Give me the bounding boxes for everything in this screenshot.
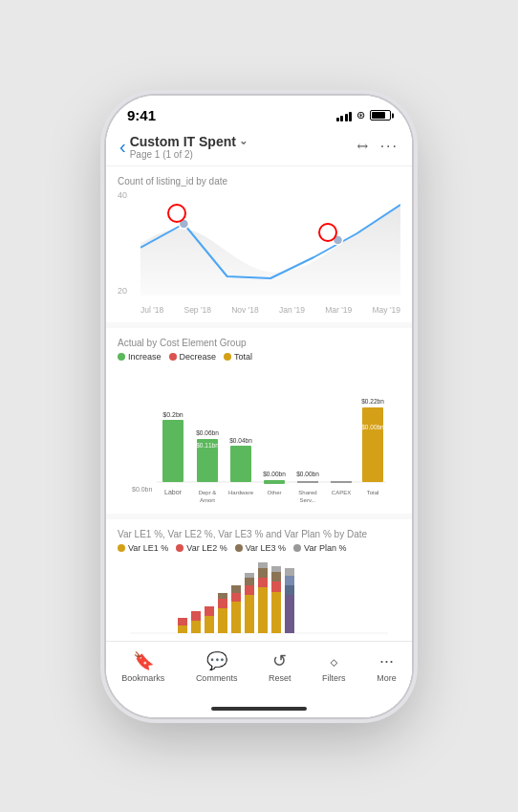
svg-rect-34 (205, 606, 214, 616)
waterfall-chart: $0.0bn $0.2bn Labor $0.06bn $0.11bn Depr… (118, 367, 400, 506)
phone-screen: 9:41 ⊛ ‹ Custom IT Spent (106, 96, 412, 717)
nav-filters-label: Filters (322, 673, 346, 683)
svg-text:Total: Total (367, 490, 379, 495)
phone-frame: 9:41 ⊛ ‹ Custom IT Spent (106, 96, 412, 717)
wifi-icon: ⊛ (356, 109, 365, 121)
svg-rect-38 (231, 602, 241, 633)
svg-text:$0.04bn: $0.04bn (229, 437, 252, 444)
waterfall-chart-title: Actual by Cost Element Group (118, 338, 400, 348)
nav-bookmarks[interactable]: 🔖 Bookmarks (121, 650, 164, 683)
y-axis-labels: 40 20 (118, 190, 127, 296)
more-button[interactable]: ··· (380, 138, 399, 155)
bottom-nav: 🔖 Bookmarks 💬 Comments ↺ Reset ⬦ Filters… (106, 641, 412, 700)
legend-dot-plan (293, 544, 301, 552)
more-nav-icon: ··· (379, 651, 394, 671)
svg-rect-39 (231, 593, 241, 602)
stacked-chart-title: Var LE1 %, Var LE2 %, Var LE3 % and Var … (118, 529, 400, 539)
line-chart-svg (140, 190, 400, 296)
highlight-circle-2 (318, 223, 337, 242)
svg-rect-15 (264, 480, 285, 484)
app-header: ‹ Custom IT Spent ⌄ Page 1 (1 of 2) ⤢ ··… (106, 128, 412, 166)
svg-rect-50 (271, 582, 281, 592)
svg-rect-33 (205, 616, 214, 633)
stacked-legend: Var LE1 % Var LE2 % Var LE3 % Var Plan % (118, 543, 400, 553)
legend-decrease: Decrease (169, 352, 217, 362)
home-indicator (106, 700, 412, 717)
svg-text:CAPEX: CAPEX (332, 490, 351, 495)
comments-icon: 💬 (206, 650, 227, 671)
legend-var-plan: Var Plan % (293, 543, 346, 553)
filters-icon: ⬦ (329, 651, 339, 671)
svg-rect-30 (178, 618, 187, 625)
svg-rect-47 (258, 568, 268, 578)
legend-var-le3: Var LE3 % (235, 543, 286, 553)
legend-dot-le2 (176, 544, 183, 552)
legend-total: Total (224, 352, 252, 362)
svg-rect-40 (231, 585, 241, 593)
legend-dot-total (224, 353, 231, 361)
legend-var-le1: Var LE1 % (118, 543, 168, 553)
svg-rect-37 (218, 593, 227, 599)
svg-rect-12 (230, 446, 251, 482)
page-indicator: Page 1 (1 of 2) (130, 149, 248, 160)
line-chart-title: Count of listing_id by date (118, 176, 400, 187)
svg-text:Depr &: Depr & (199, 490, 217, 495)
highlight-circle-1 (167, 204, 186, 223)
svg-text:$0.22bn: $0.22bn (361, 398, 384, 405)
stacked-chart-visual (118, 559, 400, 635)
svg-text:Hardware: Hardware (228, 490, 254, 495)
nav-reset[interactable]: ↺ Reset (269, 650, 291, 683)
legend-dot-increase (118, 353, 125, 361)
svg-text:Labor: Labor (164, 489, 183, 495)
expand-icon[interactable]: ⤢ (354, 137, 373, 156)
report-title: Custom IT Spent ⌄ (130, 134, 248, 149)
header-right: ⤢ ··· (357, 138, 399, 155)
svg-text:$0.0bn: $0.0bn (132, 486, 153, 493)
svg-rect-29 (178, 625, 187, 633)
legend-dot-le3 (235, 544, 243, 552)
svg-rect-32 (191, 611, 201, 621)
x-axis-labels: Jul '18 Sep '18 Nov '18 Jan '19 Mar '19 … (140, 305, 400, 315)
reset-icon: ↺ (272, 650, 287, 671)
line-chart-container: 40 20 (118, 190, 400, 315)
svg-rect-49 (271, 592, 281, 633)
svg-rect-52 (271, 566, 281, 572)
svg-text:$0.2bn: $0.2bn (162, 411, 183, 418)
svg-rect-41 (245, 595, 254, 633)
title-chevron-icon[interactable]: ⌄ (239, 135, 248, 147)
svg-rect-4 (162, 420, 183, 482)
svg-rect-24 (362, 407, 383, 482)
svg-text:Serv...: Serv... (300, 497, 316, 503)
back-button[interactable]: ‹ (119, 136, 126, 158)
nav-comments[interactable]: 💬 Comments (196, 650, 238, 683)
nav-reset-label: Reset (269, 673, 291, 683)
svg-rect-35 (218, 608, 227, 633)
legend-var-le2: Var LE2 % (176, 543, 227, 553)
svg-rect-56 (285, 568, 294, 576)
content-area: Count of listing_id by date 40 20 (106, 166, 412, 641)
signal-icon (336, 110, 353, 121)
nav-more-label: More (377, 673, 397, 683)
stacked-chart-section: Var LE1 %, Var LE2 %, Var LE3 % and Var … (106, 519, 412, 641)
svg-rect-31 (191, 621, 201, 633)
svg-text:Other: Other (267, 490, 281, 495)
svg-rect-54 (285, 585, 294, 595)
status-icons: ⊛ (336, 109, 392, 121)
svg-text:$0.00bn: $0.00bn (296, 471, 319, 477)
nav-comments-label: Comments (196, 673, 238, 683)
svg-rect-55 (285, 576, 294, 585)
legend-dot-le1 (118, 544, 125, 552)
waterfall-legend: Increase Decrease Total (118, 352, 400, 362)
nav-more[interactable]: ··· More (377, 651, 397, 683)
svg-rect-51 (271, 572, 281, 582)
svg-text:$0.06bn: $0.06bn (196, 429, 219, 436)
svg-rect-46 (258, 578, 268, 587)
header-left: ‹ Custom IT Spent ⌄ Page 1 (1 of 2) (119, 134, 248, 160)
status-time: 9:41 (127, 107, 156, 123)
waterfall-chart-section: Actual by Cost Element Group Increase De… (106, 328, 412, 514)
svg-rect-44 (245, 573, 254, 578)
svg-text:($0.00bn): ($0.00bn) (359, 424, 386, 431)
nav-filters[interactable]: ⬦ Filters (322, 651, 346, 683)
svg-rect-43 (245, 578, 254, 585)
bookmarks-icon: 🔖 (133, 650, 154, 671)
